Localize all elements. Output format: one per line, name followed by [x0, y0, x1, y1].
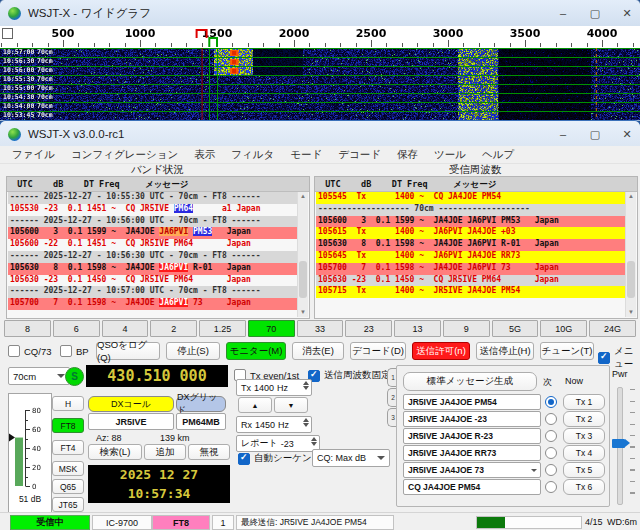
- ruler-checkbox[interactable]: [2, 28, 13, 39]
- next-radio[interactable]: [545, 464, 557, 476]
- band-button[interactable]: 8: [4, 320, 51, 337]
- decode-row[interactable]: 105630 -23 0.1 1450 ~ CQ JR5IVE PM64 Jap…: [8, 275, 297, 287]
- decode-row[interactable]: ------ 2025-12-27 - 10:56:00 UTC - 70cm …: [8, 216, 297, 228]
- decode-row[interactable]: 105700 7 0.1 1598 ~ JA4JOE JA6PVI 73 Jap…: [316, 263, 625, 275]
- decode-row[interactable]: 105630 8 0.1 1598 ~ JA4JOE JA6PVI R-01 J…: [316, 239, 625, 251]
- main-titlebar[interactable]: WSJT-X v3.0.0-rc1 – ▢ ✕: [0, 121, 640, 147]
- s-meter-button[interactable]: S: [65, 367, 84, 386]
- band-activity-scrollbar[interactable]: ▲ ▼: [297, 192, 308, 317]
- decode-row[interactable]: 105530 -23 0.1 1451 ~ CQ JR5IVE PM64 a1 …: [8, 204, 297, 216]
- decode-row[interactable]: 105600 3 0.1 1599 ~ JA4JOE JA6PVI PM53 J…: [8, 227, 297, 239]
- mode-button-h[interactable]: H: [52, 396, 84, 411]
- message-field[interactable]: JR5IVE JA4JOE RR73: [403, 445, 541, 461]
- band-button[interactable]: 33: [297, 320, 344, 337]
- next-radio[interactable]: [545, 481, 557, 493]
- message-field[interactable]: JR5IVE JA4JOE -23: [403, 411, 541, 427]
- menu-item[interactable]: コンフィグレーション: [63, 148, 186, 162]
- decode-row[interactable]: ------ 2025-12-27 - 10:57:00 UTC - 70cm …: [8, 286, 297, 298]
- halt-tx-button[interactable]: 送信停止(H): [476, 342, 534, 360]
- monitor-button[interactable]: モニター(M): [226, 342, 286, 360]
- menu-item[interactable]: モード: [282, 148, 330, 162]
- band-button[interactable]: 4: [102, 320, 149, 337]
- freq-down-button[interactable]: ▼: [274, 397, 308, 413]
- mode-button-ft4[interactable]: FT4: [52, 440, 84, 455]
- decode-row[interactable]: 105600 3 0.1 1599 ~ JA4JOE JA6PVI PM53 J…: [316, 216, 625, 228]
- checkbox-icon[interactable]: [60, 345, 72, 357]
- report-spinner[interactable]: レポート -23: [236, 435, 320, 452]
- scroll-down-icon[interactable]: ▼: [626, 308, 636, 317]
- rx-freq-spinner[interactable]: Rx 1450 Hz: [236, 416, 312, 433]
- decode-row[interactable]: 105615 Tx 1400 ~ JA6PVI JA4JOE +03: [316, 227, 625, 239]
- decode-row[interactable]: 105545 Tx 1400 ~ CQ JA4JOE PM54: [316, 192, 625, 204]
- checkbox-checked-icon[interactable]: [598, 352, 610, 364]
- band-button[interactable]: 24G: [589, 320, 636, 337]
- band-select[interactable]: 70cm: [8, 367, 70, 385]
- next-radio[interactable]: [545, 413, 557, 425]
- menu-item[interactable]: ツール: [426, 148, 474, 162]
- scroll-up-icon[interactable]: ▲: [298, 192, 308, 201]
- ignore-button[interactable]: 無視: [188, 444, 230, 460]
- waterfall-display[interactable]: [0, 48, 640, 120]
- checkbox-checked-icon[interactable]: [238, 453, 250, 465]
- menu-item[interactable]: ファイル: [4, 148, 63, 162]
- decode-row[interactable]: 105630 8 0.1 1598 ~ JA4JOE JA6PVI R-01 J…: [8, 263, 297, 275]
- tx-now-button[interactable]: Tx 6: [563, 479, 605, 495]
- band-button[interactable]: 10G: [540, 320, 587, 337]
- rx-frequency-scrollbar[interactable]: ▲ ▼: [625, 192, 636, 317]
- widegraph-titlebar[interactable]: WSJT-X - ワイドグラフ – ▢ ✕: [0, 0, 640, 26]
- tx-now-button[interactable]: Tx 3: [563, 428, 605, 444]
- log-qso-button[interactable]: QSOをログ(Q): [96, 342, 160, 360]
- menu-item[interactable]: フィルタ: [223, 148, 282, 162]
- band-button[interactable]: 23: [345, 320, 392, 337]
- band-button[interactable]: 6: [53, 320, 100, 337]
- tx-now-button[interactable]: Tx 5: [563, 462, 605, 478]
- mode-button-q65[interactable]: Q65: [52, 479, 84, 494]
- power-slider-handle[interactable]: [612, 439, 625, 448]
- menu-item[interactable]: ヘルプ: [474, 148, 522, 162]
- message-field[interactable]: JR5IVE JA4JOE PM54: [403, 394, 541, 410]
- dx-grid-field[interactable]: PM64MB: [176, 413, 226, 430]
- decode-row[interactable]: 105630 -23 0.1 1450 ~ CQ JR5IVE PM64 Jap…: [316, 275, 625, 287]
- generate-std-msgs-button[interactable]: 標準メッセージ生成: [403, 372, 537, 391]
- band-button[interactable]: 2: [150, 320, 197, 337]
- tune-button[interactable]: チューン(T): [540, 342, 594, 360]
- decode-row[interactable]: 105700 7 0.1 1598 ~ JA4JOE JA6PVI 73 Jap…: [8, 298, 297, 310]
- frequency-ruler-canvas[interactable]: [0, 26, 640, 48]
- tx-now-button[interactable]: Tx 1: [563, 394, 605, 410]
- tx-now-button[interactable]: Tx 4: [563, 445, 605, 461]
- menu-item[interactable]: 保存: [389, 148, 426, 162]
- halt-button[interactable]: 停止(S): [166, 342, 220, 360]
- maximize-icon[interactable]: ▢: [588, 128, 602, 141]
- bp-checkbox[interactable]: BP: [60, 345, 89, 357]
- scrollbar-thumb[interactable]: [627, 261, 635, 299]
- band-button[interactable]: 9: [443, 320, 490, 337]
- spinner-arrows-icon[interactable]: [303, 381, 309, 390]
- close-icon[interactable]: ✕: [620, 128, 634, 141]
- scroll-down-icon[interactable]: ▼: [298, 308, 308, 317]
- tx-now-button[interactable]: Tx 2: [563, 411, 605, 427]
- frequency-ruler[interactable]: [0, 26, 640, 48]
- maximize-icon[interactable]: ▢: [588, 7, 602, 20]
- message-field[interactable]: CQ JA4JOE PM54: [403, 479, 541, 495]
- message-field[interactable]: JR5IVE JA4JOE R-23: [403, 428, 541, 444]
- cq73-checkbox[interactable]: CQ/73: [8, 345, 51, 357]
- cq-mode-select[interactable]: CQ: Max dB: [312, 449, 390, 467]
- freq-up-button[interactable]: ▲: [238, 397, 272, 413]
- decode-row[interactable]: ------ 2025-12-27 - 10:55:30 UTC - 70cm …: [8, 192, 297, 204]
- mode-button-ft8[interactable]: FT8: [52, 418, 84, 433]
- close-icon[interactable]: ✕: [620, 7, 634, 20]
- decode-row[interactable]: ------ 2025-12-27 - 10:56:30 UTC - 70cm …: [8, 251, 297, 263]
- spinner-arrows-icon[interactable]: [303, 418, 309, 427]
- message-field[interactable]: JR5IVE JA4JOE 73: [403, 462, 541, 478]
- decode-button[interactable]: デコード(D): [350, 342, 406, 360]
- next-radio[interactable]: [545, 447, 557, 459]
- auto-seq-checkbox[interactable]: 自動シーケンス: [238, 452, 321, 465]
- next-radio[interactable]: [545, 430, 557, 442]
- tx-freq-spinner[interactable]: Tx 1400 Hz: [236, 379, 312, 396]
- checkbox-icon[interactable]: [8, 345, 20, 357]
- scroll-up-icon[interactable]: ▲: [626, 192, 636, 201]
- next-radio[interactable]: [545, 396, 557, 408]
- minimize-icon[interactable]: –: [556, 7, 570, 19]
- mode-button-msk[interactable]: MSK: [52, 461, 84, 476]
- mode-button-jt65[interactable]: JT65: [52, 497, 84, 512]
